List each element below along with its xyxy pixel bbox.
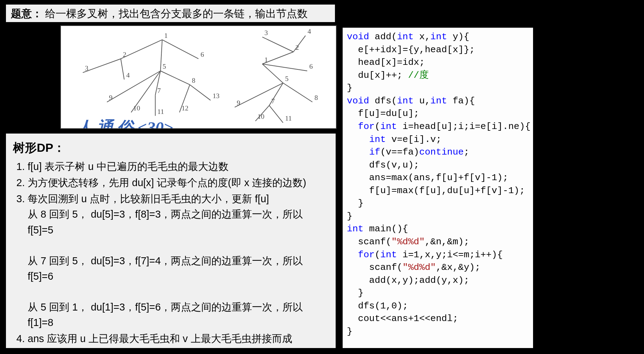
dp-step-text: ans 应该用 u 上已得最大毛毛虫和 v 上最大毛毛虫拼接而成 — [28, 333, 292, 344]
tree-node-label: 3 — [264, 29, 268, 36]
title-label: 题意： — [11, 7, 42, 20]
code-token-kw: if — [369, 147, 380, 157]
code-listing: void add(int x,int y){ e[++idx]={y,head[… — [347, 30, 529, 338]
code-token-cmt: //度 — [408, 70, 429, 81]
code-token: } — [347, 83, 352, 93]
tree-node-label: 6 — [309, 62, 313, 70]
code-token: add(x,y);add(y,x); — [347, 275, 469, 286]
code-token: ,&n,&m); — [425, 237, 469, 247]
tree-node-label: 4 — [308, 27, 311, 35]
code-token-kw: continue — [419, 147, 464, 157]
tree-edge — [160, 71, 190, 84]
tree-edge — [121, 59, 124, 80]
dp-step-sub: 从 8 回到 5， du[5]=3，f[8]=3，两点之间的边重算一次，所以 f… — [28, 206, 329, 237]
code-token-kw: int — [380, 121, 397, 132]
code-token: } — [347, 288, 364, 298]
code-token: ,&x,&y); — [436, 262, 480, 273]
tree-edge — [162, 40, 198, 59]
code-token-str: "%d%d" — [391, 237, 425, 247]
dp-steps: f[u] 表示子树 u 中已遍历的毛毛虫的最大边数为方便状态转移，先用 du[x… — [12, 159, 329, 354]
tree-edge — [83, 59, 121, 73]
code-token: dfs(v,u); — [347, 160, 419, 170]
tree-node-label: 1 — [264, 56, 268, 63]
dp-step: f[u] 表示子树 u 中已遍历的毛毛虫的最大边数 — [28, 159, 329, 174]
watermark: 人 通 俗 <30> — [75, 118, 173, 128]
tree-node-label: 11 — [158, 108, 164, 115]
tree-node-label: 12 — [182, 104, 189, 112]
code-token: i=1,x,y;i<=m;i++){ — [397, 250, 503, 260]
tree-node-label: 5 — [162, 62, 166, 70]
code-token: du[x]++; — [347, 70, 408, 81]
code-token-kw: int — [347, 224, 364, 234]
tree-illustration: 12345678910111213 1234567891011 人 通 俗 <3… — [60, 25, 337, 129]
left-tree: 12345678910111213 — [83, 32, 220, 116]
code-token: ans=max(ans,f[u]+f[v]-1); — [347, 172, 508, 183]
tree-node-label: 6 — [201, 50, 204, 58]
tree-node-label: 2 — [123, 50, 126, 58]
tree-node-label: 4 — [126, 71, 130, 79]
code-token: cout<<ans+1<<endl; — [347, 313, 458, 324]
tree-node-label: 5 — [285, 75, 289, 82]
code-token-kw: int — [430, 96, 447, 106]
tree-node-label: 3 — [85, 64, 88, 72]
code-token: fa){ — [447, 96, 475, 106]
code-token: dfs( — [369, 96, 397, 106]
code-token — [347, 134, 369, 145]
code-token-str: "%d%d" — [402, 262, 436, 273]
code-token-kw: void — [347, 32, 369, 42]
tree-edge — [269, 105, 283, 123]
dp-step: ans 应该用 u 上已得最大毛毛虫和 v 上最大毛毛虫拼接而成从 2 回到 1… — [28, 331, 329, 354]
code-token: (v==fa) — [380, 147, 419, 157]
code-token — [347, 250, 358, 260]
code-token: e[++idx]={y,head[x]}; — [347, 45, 475, 55]
tree-node-label: 13 — [212, 92, 219, 100]
code-token: dfs(1,0); — [347, 301, 408, 311]
code-token: f[u]=du[u]; — [347, 108, 419, 119]
tree-edge — [107, 71, 161, 102]
title-text: 给一棵多叉树，找出包含分支最多的一条链，输出节点数 — [45, 7, 308, 20]
tree-node-label: 10 — [133, 104, 140, 112]
tree-svg: 12345678910111213 1234567891011 人 通 俗 <3… — [61, 26, 336, 128]
tree-node-label: 9 — [109, 94, 113, 101]
right-tree: 1234567891011 — [235, 27, 318, 123]
code-token — [347, 147, 369, 157]
tree-edge — [121, 40, 162, 59]
code-token: } — [347, 211, 352, 222]
dp-step-text: 为方便状态转移，先用 du[x] 记录每个点的度(即 x 连接的边数) — [28, 177, 306, 188]
dp-step-sub: 从 2 回到 1，f[1]=8，f[2]=3，两点之间的边重算一次，所以 ans… — [28, 346, 329, 354]
tree-node-label: 2 — [295, 43, 299, 51]
code-token: add( — [369, 32, 397, 42]
tree-node-label: 9 — [237, 99, 240, 107]
watermark-text: 人 通 俗 <30> — [75, 118, 173, 128]
code-token: u, — [414, 96, 430, 106]
code-token: y){ — [447, 32, 469, 42]
code-token-kw: for — [358, 250, 375, 260]
tree-edge — [283, 83, 313, 102]
code-token-kw: void — [347, 96, 369, 106]
code-token: v=e[i].v; — [386, 134, 441, 145]
code-token: x, — [414, 32, 430, 42]
code-token: scanf( — [347, 262, 402, 273]
dp-step-text: f[u] 表示子树 u 中已遍历的毛毛虫的最大边数 — [28, 161, 229, 172]
dp-title: 树形DP： — [13, 140, 329, 155]
code-token: i=head[u];i;i=e[i].ne){ — [397, 121, 531, 132]
code-token-kw: int — [430, 32, 447, 42]
code-token: head[x]=idx; — [347, 57, 425, 68]
code-token: ( — [375, 121, 380, 132]
code-token: scanf( — [347, 237, 391, 247]
dp-step-sub: 从 7 回到 5， du[5]=3，f[7]=4，两点之间的边重算一次，所以 f… — [28, 253, 329, 284]
dp-step: 每次回溯到 u 点时，比较新旧毛毛虫的大小，更新 f[u]从 8 回到 5， d… — [28, 191, 329, 330]
dp-step-sub: 从 5 回到 1， du[1]=3，f[5]=6，两点之间的边重算一次，所以 f… — [28, 299, 329, 330]
tree-node-label: 8 — [314, 94, 318, 101]
code-token-kw: for — [358, 121, 375, 132]
code-token-kw: int — [397, 32, 414, 42]
tree-node-label: 7 — [158, 87, 161, 94]
tree-edge — [160, 40, 162, 71]
code-token-kw: int — [369, 134, 386, 145]
title-box: 题意： 给一棵多叉树，找出包含分支最多的一条链，输出节点数 — [5, 4, 336, 23]
code-token: } — [347, 198, 364, 209]
tree-node-label: 8 — [192, 76, 195, 84]
slide-root: 题意： 给一棵多叉树，找出包含分支最多的一条链，输出节点数 1234567891… — [0, 0, 644, 354]
tree-node-label: 11 — [285, 114, 292, 122]
tree-node-label: 10 — [258, 113, 265, 120]
